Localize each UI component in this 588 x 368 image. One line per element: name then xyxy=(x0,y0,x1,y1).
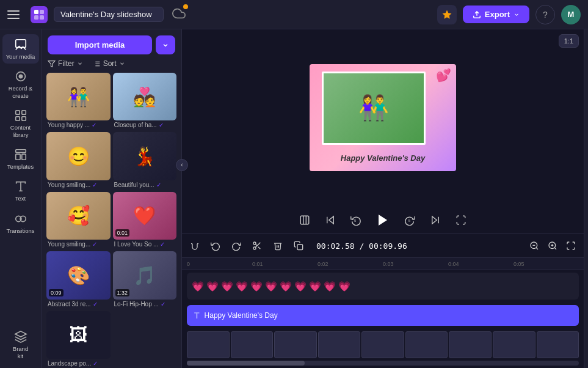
delete-button[interactable] xyxy=(270,238,286,254)
center-area: ‹ 1:1 👫 💕 Happy Valentine's Day xyxy=(182,29,584,368)
media-grid: 👫 Young happy ...✓ 💑 Closeup of ha...✓ 😊… xyxy=(42,73,181,368)
zoom-out-button[interactable] xyxy=(526,238,542,254)
zoom-controls xyxy=(526,238,579,254)
svg-marker-30 xyxy=(379,215,387,226)
panel-collapse-button[interactable]: ‹ xyxy=(176,159,188,171)
media-thumb-8[interactable]: 🖼 Landscape po...✓ xyxy=(46,311,111,368)
svg-rect-26 xyxy=(300,216,309,224)
timeline-tracks: 💗 💗 💗 💗 💗 💗 💗 💗 💗 💗 💗 xyxy=(182,270,584,361)
sidebar-label-templates: Templates xyxy=(7,163,34,170)
cut-button[interactable] xyxy=(249,238,265,254)
media-thumb-6[interactable]: 🎨 0:09 Abstract 3d re...✓ xyxy=(46,251,111,308)
svg-rect-14 xyxy=(21,154,25,160)
svg-line-42 xyxy=(255,244,257,246)
preview-caption: Happy Valentine's Day xyxy=(310,153,456,163)
sidebar-label-content-library: Contentlibrary xyxy=(10,124,31,138)
magnet-button[interactable] xyxy=(187,238,203,254)
timeline-current-time: 00:02.58 / 00:09.96 xyxy=(316,241,407,251)
media-thumb-1[interactable]: 💑 Closeup of ha...✓ xyxy=(113,73,177,130)
svg-text:5: 5 xyxy=(408,219,411,223)
autofit-button[interactable] xyxy=(296,212,313,229)
sidenav: Your media Record &create Contentlibrary… xyxy=(0,29,42,368)
svg-rect-9 xyxy=(21,111,25,114)
svg-rect-13 xyxy=(15,154,20,160)
media-thumb-7[interactable]: 🎵 1:32 Lo-Fi Hip-Hop ...✓ xyxy=(113,251,177,308)
svg-rect-5 xyxy=(15,40,26,48)
hearts-track: 💗 💗 💗 💗 💗 💗 💗 💗 💗 💗 💗 xyxy=(187,273,579,300)
media-thumb-5[interactable]: ❤️ 0:01 I Love You So ...✓ xyxy=(113,192,177,249)
undo-button[interactable] xyxy=(208,238,223,254)
sidebar-item-your-media[interactable]: Your media xyxy=(2,34,39,64)
rewind-button[interactable]: 5 xyxy=(347,212,365,229)
media-panel: Import media Filter Sort 👫 Young happy .… xyxy=(42,29,182,368)
svg-point-38 xyxy=(253,242,256,245)
sidebar-item-content-library[interactable]: Contentlibrary xyxy=(2,105,39,142)
redo-button[interactable] xyxy=(228,238,244,254)
svg-rect-1 xyxy=(40,10,44,14)
svg-marker-4 xyxy=(442,10,451,18)
thumb-duration-5: 0:01 xyxy=(115,229,130,237)
svg-rect-0 xyxy=(34,10,38,14)
sidebar-item-transitions[interactable]: Transitions xyxy=(2,208,39,238)
premium-button[interactable] xyxy=(437,5,457,24)
media-thumb-2[interactable]: 😊 Young smiling...✓ xyxy=(46,132,111,189)
menu-button[interactable] xyxy=(7,6,24,23)
svg-point-39 xyxy=(253,247,256,249)
media-thumb-3[interactable]: 💃 Beautiful you...✓ xyxy=(113,132,177,189)
sidebar-item-brand-kit[interactable]: Brandkit xyxy=(2,326,39,363)
sidebar-label-your-media: Your media xyxy=(6,53,35,60)
zoom-in-button[interactable] xyxy=(545,238,561,254)
aspect-ratio-button[interactable]: 1:1 xyxy=(559,34,579,48)
svg-line-41 xyxy=(258,247,261,249)
topbar: Export ? M xyxy=(0,0,588,29)
right-panel: CC Captions Audio Fade Filters Effects xyxy=(584,29,588,368)
export-button[interactable]: Export xyxy=(463,6,529,23)
playback-controls: 5 5 xyxy=(182,205,584,234)
svg-point-7 xyxy=(19,75,23,79)
svg-line-45 xyxy=(536,248,538,249)
svg-rect-2 xyxy=(34,15,38,20)
sort-button[interactable]: Sort xyxy=(93,59,125,68)
import-btn-row: Import media xyxy=(42,29,181,59)
help-button[interactable]: ? xyxy=(535,5,555,24)
play-button[interactable] xyxy=(373,210,393,230)
hearts-track-content[interactable]: 💗 💗 💗 💗 💗 💗 💗 💗 💗 💗 💗 xyxy=(187,273,579,300)
import-media-dropdown-button[interactable] xyxy=(156,35,175,54)
svg-text:5: 5 xyxy=(354,219,357,223)
cloud-save-button[interactable] xyxy=(172,7,186,23)
timeline: 00:02.58 / 00:09.96 xyxy=(182,234,584,368)
fullscreen-timeline-button[interactable] xyxy=(563,238,579,254)
filter-sort-row: Filter Sort xyxy=(42,59,181,73)
skip-back-button[interactable] xyxy=(322,212,339,229)
svg-marker-32 xyxy=(432,216,437,224)
sidebar-item-templates[interactable]: Templates xyxy=(2,144,39,174)
svg-rect-43 xyxy=(297,245,303,250)
duplicate-button[interactable] xyxy=(291,238,307,254)
svg-marker-27 xyxy=(329,216,334,224)
sidebar-item-record-create[interactable]: Record &create xyxy=(2,66,39,103)
fullscreen-button[interactable] xyxy=(452,212,470,229)
filter-button[interactable]: Filter xyxy=(48,59,83,68)
timeline-scrollbar-thumb[interactable] xyxy=(187,361,305,366)
preview-canvas: 1:1 👫 💕 Happy Valentine's Day xyxy=(182,29,584,205)
skip-forward-button[interactable] xyxy=(427,212,444,229)
media-thumb-0[interactable]: 👫 Young happy ...✓ xyxy=(46,73,111,130)
import-media-button[interactable]: Import media xyxy=(48,35,152,54)
text-track-label: Happy Valentine's Day xyxy=(205,311,278,320)
text-track-content[interactable]: T Happy Valentine's Day xyxy=(187,305,579,326)
video-track-content[interactable] xyxy=(187,331,579,358)
app-logo xyxy=(31,6,48,23)
ruler-marks: 0 0:01 0:02 0:03 0:04 0:05 xyxy=(187,261,579,267)
user-avatar[interactable]: M xyxy=(561,5,581,24)
timeline-scrollbar[interactable] xyxy=(187,361,579,366)
sidebar-label-brand-kit: Brandkit xyxy=(13,345,28,359)
svg-rect-11 xyxy=(21,117,25,120)
sidebar-label-transitions: Transitions xyxy=(6,227,34,234)
preview-area: 1:1 👫 💕 Happy Valentine's Day xyxy=(182,29,584,234)
project-title-input[interactable] xyxy=(54,7,164,22)
sidebar-label-text: Text xyxy=(15,195,26,202)
fast-forward-button[interactable]: 5 xyxy=(401,212,418,229)
sidebar-item-text[interactable]: Text xyxy=(2,176,39,205)
svg-rect-3 xyxy=(40,15,44,20)
media-thumb-4[interactable]: 🥰 Young smiling...✓ xyxy=(46,192,111,249)
